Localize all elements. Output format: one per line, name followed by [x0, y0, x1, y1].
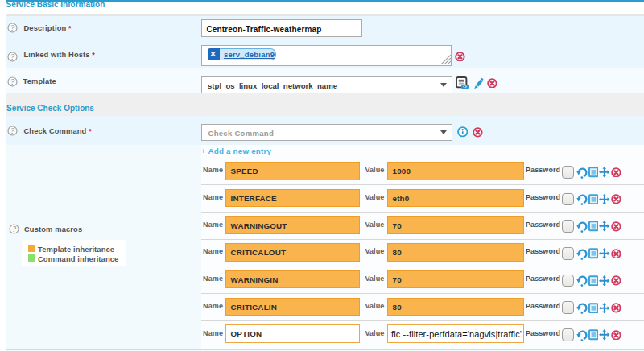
- svg-text:?: ?: [12, 225, 16, 233]
- svg-text:?: ?: [10, 77, 14, 86]
- svg-text:?: ?: [10, 52, 14, 61]
- svg-text:?: ?: [10, 126, 14, 135]
- svg-text:?: ?: [10, 23, 14, 32]
